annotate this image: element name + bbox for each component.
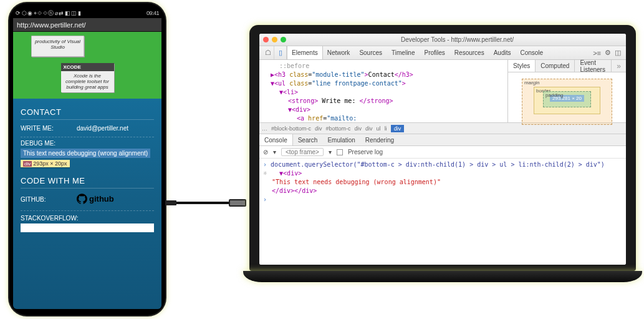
tab-styles[interactable]: Styles <box>508 60 536 72</box>
usb-cable <box>165 200 246 206</box>
filter-icon[interactable]: ▾ <box>273 149 276 155</box>
styles-tabs: Styles Computed Event Listeners » <box>508 60 626 72</box>
gear-icon[interactable]: ⚙ <box>605 49 611 57</box>
status-icons: ⟳ ⬡ ◉ ⌖ ⟐ ⟐ ⓝ ⌀ ⇄ ◧ ◫ ▮ <box>16 8 80 18</box>
dimension-tooltip: div293px × 20px <box>21 160 70 167</box>
tab-drawer-console[interactable]: Console <box>259 134 293 145</box>
console-result-close: </div></div> <box>272 187 622 195</box>
crumb[interactable]: div <box>355 125 362 132</box>
zoom-icon[interactable] <box>281 37 286 42</box>
email-link[interactable]: david@pertiller.net <box>77 125 128 132</box>
status-time: 09:41 <box>147 8 159 18</box>
bm-padding-label: padding <box>545 92 563 98</box>
phone-screen: ⟳ ⬡ ◉ ⌖ ⟐ ⟐ ⓝ ⌀ ⇄ ◧ ◫ ▮ 09:41 http://www… <box>13 8 161 309</box>
card-xcode[interactable]: XCODE Xcode is the complete toolset for … <box>61 63 114 92</box>
section-contact: CONTACT <box>21 107 154 120</box>
expand-drawer-icon[interactable]: >≡ <box>593 49 601 57</box>
stackoverflow-badge[interactable] <box>21 223 154 232</box>
divider <box>21 137 154 137</box>
laptop-device: Developer Tools - http://www.pertiller.n… <box>249 25 636 282</box>
crumb-selected[interactable]: div <box>391 125 405 132</box>
drawer-tabs: Console Search Emulation Rendering <box>259 134 626 146</box>
tab-sources[interactable]: Sources <box>355 46 387 59</box>
frame-dropdown-icon[interactable]: ▾ <box>329 149 332 155</box>
elements-tree[interactable]: ::before ▶<h3 class="module-title">Conta… <box>259 60 507 122</box>
cable-plug-usb-a <box>229 199 246 207</box>
tab-console[interactable]: Console <box>516 46 548 59</box>
stackoverflow-label: STACKOVERFLOW: <box>21 215 77 222</box>
tab-audits[interactable]: Audits <box>489 46 516 59</box>
crumb[interactable]: ul <box>377 125 381 132</box>
github-text: github <box>89 194 114 204</box>
mobile-page[interactable]: productivity of Visual Studio XCODE Xcod… <box>13 32 161 309</box>
crumb[interactable]: … <box>262 125 267 132</box>
card-visual-studio[interactable]: productivity of Visual Studio <box>31 36 84 57</box>
clear-console-icon[interactable]: ⊘ <box>263 149 268 155</box>
tab-profiles[interactable]: Profiles <box>420 46 449 59</box>
crumb[interactable]: #block-bottom-c <box>271 125 311 132</box>
window-title: Developer Tools - http://www.pertiller.n… <box>292 36 622 43</box>
tab-drawer-rendering[interactable]: Rendering <box>360 134 399 145</box>
cable-wire <box>176 202 229 204</box>
devtools-window: Developer Tools - http://www.pertiller.n… <box>259 34 626 265</box>
preserve-log-label: Preserve log <box>348 149 383 155</box>
laptop-base <box>243 271 642 282</box>
contact-row-write: WRITE ME: david@pertiller.net <box>21 125 154 132</box>
preserve-log-checkbox[interactable] <box>337 149 343 155</box>
card-title: XCODE <box>61 63 114 71</box>
tab-resources[interactable]: Resources <box>450 46 489 59</box>
divider <box>21 210 154 211</box>
github-icon <box>77 194 87 204</box>
tab-network[interactable]: Network <box>323 46 355 59</box>
phone-device: ⟳ ⬡ ◉ ⌖ ⟐ ⟐ ⓝ ⌀ ⇄ ◧ ◫ ▮ 09:41 http://www… <box>9 3 165 315</box>
more-icon[interactable]: » <box>612 60 626 72</box>
dim-value: 293px × 20px <box>33 160 67 167</box>
write-me-label: WRITE ME: <box>21 125 77 132</box>
contact-row-debug: DEBUG ME: This text needs debugging (wro… <box>21 140 154 167</box>
github-row: GITHUB: github <box>21 194 154 205</box>
box-model[interactable]: margin border padding 293.281 × 20 <box>508 72 626 131</box>
inspect-icon[interactable]: ☖ <box>262 46 274 59</box>
devtools-main: ::before ▶<h3 class="module-title">Conta… <box>259 60 626 122</box>
inspected-element-highlight[interactable]: This text needs debugging (wrong alignme… <box>21 149 150 158</box>
section-code: CODE WITH ME <box>21 176 154 189</box>
console-output[interactable]: › document.querySelector("#bottom-c > di… <box>259 159 626 265</box>
android-status-bar: ⟳ ⬡ ◉ ⌖ ⟐ ⟐ ⓝ ⌀ ⇄ ◧ ◫ ▮ 09:41 <box>13 8 161 18</box>
console-input[interactable]: document.querySelector("#bottom-c > div:… <box>271 161 605 168</box>
github-logo[interactable]: github <box>77 194 114 204</box>
close-icon[interactable] <box>263 37 269 42</box>
styles-sidebar: Styles Computed Event Listeners » margin… <box>507 60 626 122</box>
dim-tag: div <box>23 161 32 167</box>
crumb[interactable]: li <box>385 125 387 132</box>
card-body: Xcode is the complete toolset for buildi… <box>64 73 112 90</box>
devtools-toolbar: ☖ ▯ Elements Network Sources Timeline Pr… <box>259 46 626 60</box>
card-text: productivity of Visual Studio <box>34 39 81 50</box>
tab-computed[interactable]: Computed <box>536 60 575 72</box>
tab-event-listeners[interactable]: Event Listeners <box>575 60 612 72</box>
tab-elements[interactable]: Elements <box>287 46 323 59</box>
window-titlebar[interactable]: Developer Tools - http://www.pertiller.n… <box>259 34 626 46</box>
cable-plug-micro <box>165 200 176 205</box>
browser-url-bar[interactable]: http://www.pertiller.net/ <box>13 18 161 32</box>
device-mode-icon[interactable]: ▯ <box>274 46 287 59</box>
devtools-tabs: Elements Network Sources Timeline Profil… <box>287 46 548 59</box>
console-toolbar: ⊘ ▾ <top frame> ▾ Preserve log <box>259 146 626 159</box>
tab-drawer-search[interactable]: Search <box>293 134 323 145</box>
minimize-icon[interactable] <box>272 37 277 42</box>
crumb[interactable]: #bottom-c <box>326 125 351 132</box>
window-controls[interactable] <box>263 37 286 42</box>
laptop-bezel: Developer Tools - http://www.pertiller.n… <box>249 25 636 271</box>
github-label: GITHUB: <box>21 196 77 203</box>
crumb[interactable]: div <box>365 125 373 132</box>
console-result-text: "This text needs debugging (wrong alignm… <box>272 178 622 187</box>
tab-drawer-emulation[interactable]: Emulation <box>322 134 360 145</box>
pseudo-before[interactable]: ::before <box>279 62 309 69</box>
tools-section: productivity of Visual Studio XCODE Xcod… <box>13 32 161 99</box>
dock-icon[interactable]: ◫ <box>615 49 621 57</box>
bm-margin-label: margin <box>524 80 539 86</box>
frame-selector[interactable]: <top frame> <box>281 148 324 156</box>
crumb[interactable]: div <box>315 125 322 132</box>
debug-me-label: DEBUG ME: <box>21 140 77 147</box>
tab-timeline[interactable]: Timeline <box>387 46 420 59</box>
